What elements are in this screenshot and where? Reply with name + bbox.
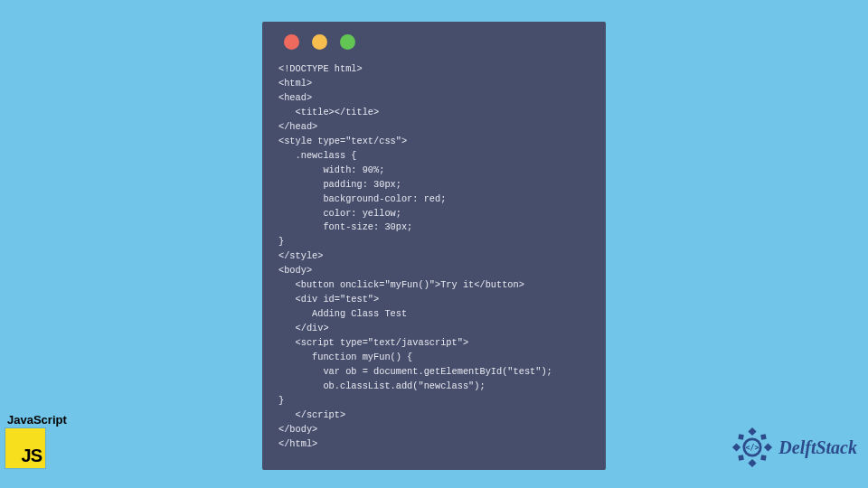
maximize-icon <box>340 34 355 50</box>
javascript-logo-icon: JS <box>5 428 45 468</box>
window-controls <box>278 34 590 50</box>
code-window: <!DOCTYPE html> <html> <head> <title></t… <box>262 22 606 470</box>
svg-marker-0 <box>749 427 757 436</box>
svg-marker-3 <box>764 443 772 451</box>
language-badge: JavaScript JS <box>5 413 67 468</box>
delftstack-icon: </> <box>731 427 773 468</box>
svg-marker-2 <box>732 443 741 451</box>
code-block: <!DOCTYPE html> <html> <head> <title></t… <box>278 62 590 452</box>
brand-name: DelftStack <box>778 437 857 458</box>
svg-marker-7 <box>761 455 767 460</box>
svg-marker-6 <box>739 455 744 460</box>
svg-marker-1 <box>749 459 757 467</box>
language-label: JavaScript <box>5 413 67 427</box>
minimize-icon <box>312 34 327 50</box>
close-icon <box>284 34 299 50</box>
svg-text:</>: </> <box>746 443 760 452</box>
logo-text: JS <box>22 446 42 466</box>
svg-marker-4 <box>739 434 744 439</box>
svg-marker-5 <box>761 434 767 439</box>
brand-logo: </> DelftStack <box>731 427 857 468</box>
